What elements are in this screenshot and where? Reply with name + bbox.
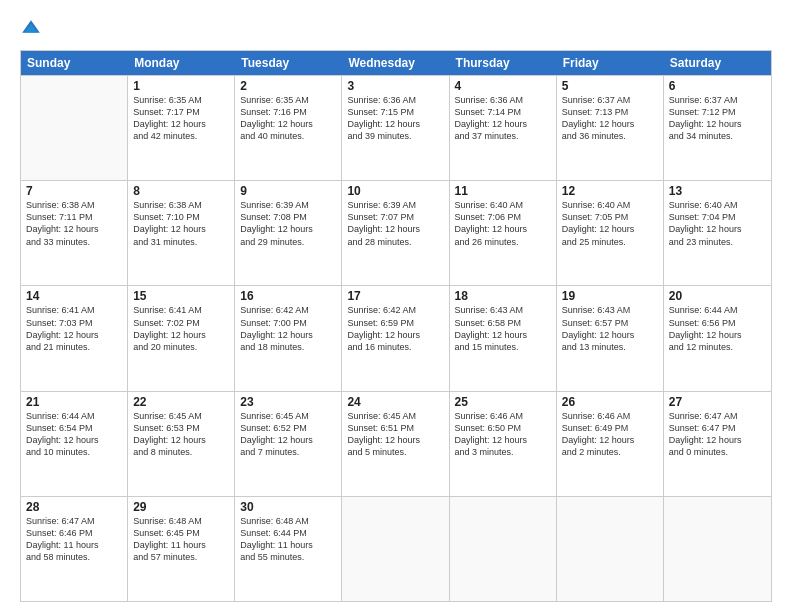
day-info-line: and 25 minutes. bbox=[562, 236, 658, 248]
day-info-line: and 20 minutes. bbox=[133, 341, 229, 353]
day-info-line: Daylight: 12 hours bbox=[669, 329, 766, 341]
day-info-line: and 21 minutes. bbox=[26, 341, 122, 353]
day-info-line: Daylight: 12 hours bbox=[562, 118, 658, 130]
day-info-line: and 36 minutes. bbox=[562, 130, 658, 142]
day-cell-22: 22Sunrise: 6:45 AMSunset: 6:53 PMDayligh… bbox=[128, 392, 235, 496]
day-cell-27: 27Sunrise: 6:47 AMSunset: 6:47 PMDayligh… bbox=[664, 392, 771, 496]
day-info-line: and 16 minutes. bbox=[347, 341, 443, 353]
day-number: 6 bbox=[669, 79, 766, 93]
day-info-line: and 33 minutes. bbox=[26, 236, 122, 248]
day-cell-14: 14Sunrise: 6:41 AMSunset: 7:03 PMDayligh… bbox=[21, 286, 128, 390]
day-cell-1: 1Sunrise: 6:35 AMSunset: 7:17 PMDaylight… bbox=[128, 76, 235, 180]
day-info-line: Sunrise: 6:43 AM bbox=[562, 304, 658, 316]
day-cell-16: 16Sunrise: 6:42 AMSunset: 7:00 PMDayligh… bbox=[235, 286, 342, 390]
logo bbox=[20, 18, 46, 40]
day-info-line: Sunset: 7:17 PM bbox=[133, 106, 229, 118]
day-number: 29 bbox=[133, 500, 229, 514]
day-info-line: Daylight: 12 hours bbox=[562, 223, 658, 235]
day-cell-24: 24Sunrise: 6:45 AMSunset: 6:51 PMDayligh… bbox=[342, 392, 449, 496]
day-info-line: Sunrise: 6:43 AM bbox=[455, 304, 551, 316]
day-info-line: Sunrise: 6:37 AM bbox=[562, 94, 658, 106]
day-info-line: Sunset: 7:15 PM bbox=[347, 106, 443, 118]
calendar: SundayMondayTuesdayWednesdayThursdayFrid… bbox=[20, 50, 772, 602]
logo-icon bbox=[20, 18, 42, 40]
day-info-line: Daylight: 12 hours bbox=[562, 434, 658, 446]
day-info-line: Sunrise: 6:36 AM bbox=[455, 94, 551, 106]
day-info-line: Sunrise: 6:47 AM bbox=[669, 410, 766, 422]
day-cell-empty bbox=[664, 497, 771, 601]
day-info-line: Sunset: 7:14 PM bbox=[455, 106, 551, 118]
day-number: 10 bbox=[347, 184, 443, 198]
day-cell-11: 11Sunrise: 6:40 AMSunset: 7:06 PMDayligh… bbox=[450, 181, 557, 285]
day-info-line: Daylight: 12 hours bbox=[133, 118, 229, 130]
day-info-line: Sunrise: 6:40 AM bbox=[455, 199, 551, 211]
day-info-line: Sunset: 7:10 PM bbox=[133, 211, 229, 223]
day-info-line: Daylight: 12 hours bbox=[26, 434, 122, 446]
header bbox=[20, 18, 772, 40]
day-info-line: and 29 minutes. bbox=[240, 236, 336, 248]
day-info-line: and 3 minutes. bbox=[455, 446, 551, 458]
day-info-line: Daylight: 12 hours bbox=[347, 223, 443, 235]
day-info-line: Sunset: 7:05 PM bbox=[562, 211, 658, 223]
page: SundayMondayTuesdayWednesdayThursdayFrid… bbox=[0, 0, 792, 612]
day-cell-30: 30Sunrise: 6:48 AMSunset: 6:44 PMDayligh… bbox=[235, 497, 342, 601]
day-info-line: Sunrise: 6:35 AM bbox=[133, 94, 229, 106]
day-number: 14 bbox=[26, 289, 122, 303]
day-number: 9 bbox=[240, 184, 336, 198]
day-info-line: and 31 minutes. bbox=[133, 236, 229, 248]
day-info-line: and 12 minutes. bbox=[669, 341, 766, 353]
day-number: 4 bbox=[455, 79, 551, 93]
day-info-line: and 15 minutes. bbox=[455, 341, 551, 353]
day-info-line: Sunrise: 6:38 AM bbox=[26, 199, 122, 211]
day-info-line: Daylight: 12 hours bbox=[26, 223, 122, 235]
day-info-line: and 34 minutes. bbox=[669, 130, 766, 142]
day-cell-12: 12Sunrise: 6:40 AMSunset: 7:05 PMDayligh… bbox=[557, 181, 664, 285]
day-info-line: Sunset: 7:06 PM bbox=[455, 211, 551, 223]
header-day-tuesday: Tuesday bbox=[235, 51, 342, 75]
day-info-line: Sunset: 7:12 PM bbox=[669, 106, 766, 118]
day-number: 12 bbox=[562, 184, 658, 198]
day-info-line: Sunrise: 6:48 AM bbox=[133, 515, 229, 527]
day-info-line: and 37 minutes. bbox=[455, 130, 551, 142]
day-info-line: Sunset: 6:45 PM bbox=[133, 527, 229, 539]
day-info-line: Sunset: 7:07 PM bbox=[347, 211, 443, 223]
day-cell-3: 3Sunrise: 6:36 AMSunset: 7:15 PMDaylight… bbox=[342, 76, 449, 180]
day-cell-18: 18Sunrise: 6:43 AMSunset: 6:58 PMDayligh… bbox=[450, 286, 557, 390]
day-info-line: Sunset: 7:08 PM bbox=[240, 211, 336, 223]
day-number: 19 bbox=[562, 289, 658, 303]
day-info-line: and 0 minutes. bbox=[669, 446, 766, 458]
day-number: 23 bbox=[240, 395, 336, 409]
header-day-friday: Friday bbox=[557, 51, 664, 75]
calendar-week-2: 7Sunrise: 6:38 AMSunset: 7:11 PMDaylight… bbox=[21, 180, 771, 285]
day-info-line: and 40 minutes. bbox=[240, 130, 336, 142]
day-cell-empty bbox=[342, 497, 449, 601]
day-info-line: Sunrise: 6:48 AM bbox=[240, 515, 336, 527]
day-cell-21: 21Sunrise: 6:44 AMSunset: 6:54 PMDayligh… bbox=[21, 392, 128, 496]
day-info-line: and 58 minutes. bbox=[26, 551, 122, 563]
day-info-line: Daylight: 12 hours bbox=[669, 434, 766, 446]
day-number: 5 bbox=[562, 79, 658, 93]
day-info-line: Sunrise: 6:47 AM bbox=[26, 515, 122, 527]
day-number: 3 bbox=[347, 79, 443, 93]
day-info-line: Daylight: 12 hours bbox=[240, 329, 336, 341]
day-info-line: Sunrise: 6:39 AM bbox=[240, 199, 336, 211]
day-cell-9: 9Sunrise: 6:39 AMSunset: 7:08 PMDaylight… bbox=[235, 181, 342, 285]
day-info-line: Sunrise: 6:45 AM bbox=[133, 410, 229, 422]
day-number: 28 bbox=[26, 500, 122, 514]
day-info-line: Daylight: 12 hours bbox=[455, 118, 551, 130]
day-info-line: Sunset: 6:47 PM bbox=[669, 422, 766, 434]
day-info-line: Sunset: 6:59 PM bbox=[347, 317, 443, 329]
day-info-line: Daylight: 12 hours bbox=[133, 329, 229, 341]
day-info-line: Sunset: 6:53 PM bbox=[133, 422, 229, 434]
day-info-line: Sunset: 7:11 PM bbox=[26, 211, 122, 223]
day-info-line: Sunset: 6:52 PM bbox=[240, 422, 336, 434]
day-cell-19: 19Sunrise: 6:43 AMSunset: 6:57 PMDayligh… bbox=[557, 286, 664, 390]
day-info-line: Sunset: 7:03 PM bbox=[26, 317, 122, 329]
day-info-line: Sunrise: 6:45 AM bbox=[347, 410, 443, 422]
day-number: 8 bbox=[133, 184, 229, 198]
day-info-line: Sunset: 6:46 PM bbox=[26, 527, 122, 539]
day-info-line: and 2 minutes. bbox=[562, 446, 658, 458]
day-number: 16 bbox=[240, 289, 336, 303]
calendar-week-5: 28Sunrise: 6:47 AMSunset: 6:46 PMDayligh… bbox=[21, 496, 771, 601]
day-info-line: Sunrise: 6:40 AM bbox=[562, 199, 658, 211]
